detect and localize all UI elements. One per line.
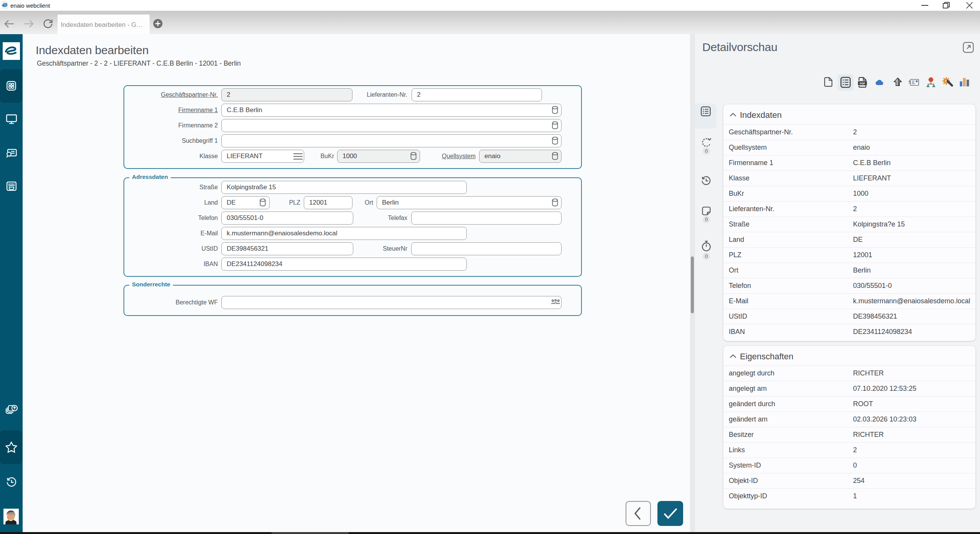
- svg-text:PDF: PDF: [860, 82, 866, 85]
